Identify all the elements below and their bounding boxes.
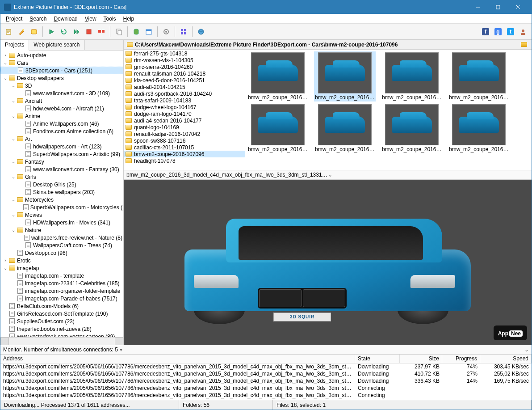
monitor-bar[interactable]: Monitor. Number of simultaneous connecti… (0, 345, 532, 354)
tree-item[interactable]: GirlsReleased.com-SetTemplate (190) (0, 310, 123, 317)
folder-list[interactable]: ferrari-275-gts-104318rim-vossen-vfs-1-1… (124, 50, 245, 170)
tree-item[interactable]: Skins.be wallpapers (203) (0, 188, 123, 196)
thumbnail[interactable]: bmw_m2_coupe_2016_3d... (448, 51, 510, 101)
menu-view[interactable]: View (81, 15, 100, 23)
thumbnail[interactable]: bmw_m2_coupe_2016_3d... (247, 103, 309, 153)
tree-item[interactable]: www.wallconvert.com - Fantasy (30) (0, 165, 123, 173)
tree-item[interactable]: SuperbWallpapers.com - Motorcycles ( (0, 203, 123, 211)
col-state[interactable]: State (355, 355, 400, 363)
download-row[interactable]: https://ru.3dexport.com/items/2005/05/06… (0, 371, 532, 378)
tree-item[interactable]: Desktop Girls (25) (0, 181, 123, 188)
minimize-button[interactable] (468, 0, 488, 14)
folder-item[interactable]: gmc-sierra-2016-104260 (124, 63, 245, 70)
stop-all-icon[interactable] (96, 26, 107, 38)
globe-icon[interactable] (195, 26, 207, 38)
download-row[interactable]: https://ru.3dexport.com/items/2005/05/06… (0, 378, 532, 385)
menu-tools[interactable]: Tools (100, 15, 120, 23)
wizard-icon[interactable] (16, 26, 27, 38)
menu-search[interactable]: Search (26, 15, 50, 23)
tree-item[interactable]: imagefap.com - template (0, 272, 123, 279)
thumbnail[interactable]: bmw_m2_coupe_2016_3d... (314, 103, 376, 153)
tree-item[interactable]: Desktoppr.co (96) (0, 249, 123, 257)
project-tree[interactable]: ›Auto-update⌄Cars3DExport.com - Cars (12… (0, 51, 123, 337)
col-speed[interactable]: Speed (480, 355, 532, 363)
col-address[interactable]: Address (0, 355, 355, 363)
support-icon[interactable] (517, 26, 529, 38)
tree-item[interactable]: WallpapersCraft.com - Trees (74) (0, 241, 123, 249)
tree-item[interactable]: SuperbWallpapers.com - Artistic (99) (0, 150, 123, 158)
titlebar[interactable]: Extreme Picture Finder - [3DExport.com -… (0, 0, 532, 14)
tree-item[interactable]: ⌄Girls (0, 173, 123, 181)
menu-download[interactable]: Download (50, 15, 81, 23)
folder-item[interactable]: cadillac-cts-2011-107015 (124, 144, 245, 151)
stop-icon[interactable] (83, 26, 95, 38)
close-button[interactable] (508, 0, 528, 14)
download-row[interactable]: https://ru.3dexport.com/items/2005/05/06… (0, 385, 532, 392)
tree-item[interactable]: Fonditos.com Anime collection (6) (0, 127, 123, 135)
start-icon[interactable] (46, 26, 57, 38)
tree-item[interactable]: ⌄3D (0, 82, 123, 89)
folder-item[interactable]: kia-ceed-5-door-2016-104251 (124, 77, 245, 84)
col-progress[interactable]: Progress (442, 355, 480, 363)
tree-item[interactable]: 3DExport.com - Cars (1251) (0, 67, 123, 74)
folder-item[interactable]: quant-logo-104169 (124, 124, 245, 131)
folder-item[interactable]: audi-a8-2014-104215 (124, 84, 245, 90)
download-table[interactable]: Address State Size Progress Speed https:… (0, 354, 532, 400)
thumbnail[interactable]: bmw_m2_coupe_2016_3d... (448, 103, 510, 153)
tree-item[interactable]: ⌄Nature (0, 226, 123, 234)
tree-item[interactable]: HDWallpapers.im - Movies (341) (0, 219, 123, 226)
download-row[interactable]: https://ru.3dexport.com/items/2005/05/06… (0, 364, 532, 371)
folder-item[interactable]: bmw-m2-coupe-2016-107096 (124, 151, 245, 157)
folder-item[interactable]: dodge-ram-logo-104170 (124, 110, 245, 117)
folder-item[interactable]: ferrari-275-gts-104318 (124, 50, 245, 57)
tree-item[interactable]: ⌄Art (0, 135, 123, 143)
tree-item[interactable]: ⌄Aircraft (0, 97, 123, 105)
preview-pane[interactable]: 3D SQUIR AppNee (124, 180, 532, 345)
tree-item[interactable]: ⌄Fantasy (0, 158, 123, 165)
tree-item[interactable]: SuppliesOutlet.com (23) (0, 317, 123, 325)
thumbnail-grid[interactable]: bmw_m2_coupe_2016_3d...bmw_m2_coupe_2016… (245, 50, 532, 170)
preview-filename-bar[interactable]: bmw_m2_coupe_2016_3d_model_c4d_max_obj_f… (124, 170, 532, 180)
tree-scrollbar[interactable] (0, 337, 123, 345)
tree-item[interactable]: ⌄Cars (0, 59, 123, 67)
download-row[interactable]: https://ru.3dexport.com/items/2005/05/06… (0, 392, 532, 399)
tree-item[interactable]: hdw.eweb4.com - Aircraft (21) (0, 105, 123, 112)
thumbnail[interactable]: bmw_m2_coupe_2016_3d... (381, 51, 443, 101)
tree-item[interactable]: Anime Wallpapers.com (46) (0, 120, 123, 127)
tree-item[interactable]: ⌄Movies (0, 211, 123, 219)
folder-item[interactable]: audi-rs3-sportback-2016-104240 (124, 90, 245, 97)
tree-item[interactable]: imagefap.com-organizer-folder-template (0, 287, 123, 295)
chevron-down-icon[interactable]: ⌄ (328, 172, 529, 178)
tree-item[interactable]: BellaClub.com-Models (6) (0, 302, 123, 310)
monitor-dropdown-icon[interactable]: ▾ (120, 347, 122, 353)
menu-project[interactable]: Project (2, 15, 26, 23)
skip-icon[interactable] (71, 26, 82, 38)
download-header[interactable]: Address State Size Progress Speed (0, 355, 532, 364)
folder-item[interactable]: dodge-wheel-logo-104167 (124, 104, 245, 110)
folder-item[interactable]: spoon-sw388-107116 (124, 137, 245, 144)
copy-icon[interactable] (113, 26, 125, 38)
new-project-icon[interactable] (3, 26, 15, 38)
twitter-icon[interactable]: t (505, 26, 516, 38)
tree-item[interactable]: theperfectboobs.net-zueva (28) (0, 325, 123, 333)
tree-item[interactable]: ⌄Anime (0, 112, 123, 120)
calendar-icon[interactable] (143, 26, 155, 38)
folder-item[interactable]: renault-talisman-2016-104218 (124, 70, 245, 77)
thumbnail[interactable]: bmw_m2_coupe_2016_3d... (381, 103, 443, 153)
restart-icon[interactable] (58, 26, 70, 38)
tree-item[interactable]: www.vectorfreak.com-vector-cartoon (89) (0, 333, 123, 337)
tab-projects[interactable]: Projects (0, 40, 29, 51)
chevron-down-icon[interactable]: ⌄ (524, 347, 529, 353)
database-icon[interactable] (130, 26, 142, 38)
thumbnail[interactable]: bmw_m2_coupe_2016_3d... (314, 51, 376, 101)
facebook-icon[interactable]: f (480, 26, 491, 38)
properties-icon[interactable] (28, 26, 40, 38)
folder-item[interactable]: tata-safari-2009-104183 (124, 97, 245, 104)
tree-item[interactable]: www.wallconvert.com - 3D (109) (0, 89, 123, 97)
settings-icon[interactable] (160, 26, 172, 38)
tree-item[interactable]: ⌄Motorcycles (0, 196, 123, 203)
menu-help[interactable]: Help (120, 15, 138, 23)
folder-item[interactable]: headlight-107078 (124, 157, 245, 164)
tree-item[interactable]: wallpapers.free-review.net - Nature (8) (0, 234, 123, 241)
maximize-button[interactable] (488, 0, 508, 14)
